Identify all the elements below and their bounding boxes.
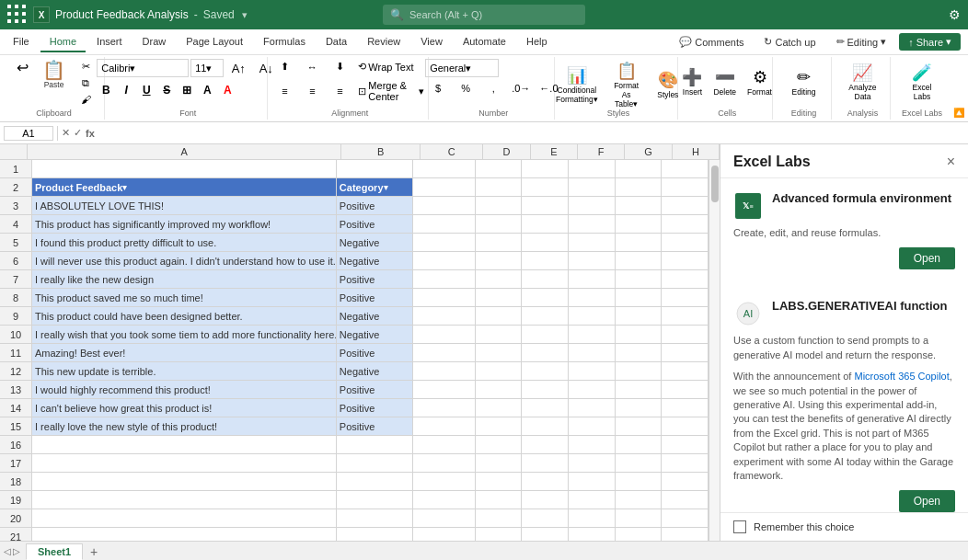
cell-17-d[interactable] [476, 454, 523, 473]
cell-4-e[interactable] [522, 215, 569, 234]
cell-17-e[interactable] [522, 454, 569, 473]
cell-2-b[interactable]: Category ▾ [337, 178, 414, 197]
row-header-9[interactable]: 9 [0, 307, 32, 326]
cell-2-d[interactable] [476, 178, 523, 197]
cell-20-a[interactable] [32, 509, 337, 528]
increase-decimal-button[interactable]: .0→ [508, 81, 534, 96]
tab-draw[interactable]: Draw [133, 32, 176, 52]
tab-view[interactable]: View [411, 32, 452, 52]
cell-13-a[interactable]: I would highly recommend this product! [32, 381, 337, 399]
cell-9-d[interactable] [476, 307, 523, 326]
row-header-7[interactable]: 7 [0, 270, 32, 289]
currency-button[interactable]: $ [425, 81, 451, 96]
cell-2-g[interactable] [616, 178, 663, 197]
cell-10-h[interactable] [662, 326, 709, 344]
cell-13-b[interactable]: Positive [337, 381, 414, 399]
cell-8-d[interactable] [476, 289, 523, 307]
comments-button[interactable]: 💬 Comments [672, 33, 751, 51]
cell-10-c[interactable] [413, 326, 475, 344]
tab-page-layout[interactable]: Page Layout [177, 32, 252, 52]
cell-12-b[interactable]: Negative [337, 362, 414, 381]
cell-16-b[interactable] [337, 436, 414, 454]
cell-5-d[interactable] [476, 234, 523, 252]
cell-18-b[interactable] [337, 473, 414, 491]
comma-button[interactable]: , [480, 81, 506, 96]
search-box[interactable]: 🔍 [383, 5, 585, 25]
cell-12-c[interactable] [413, 362, 475, 381]
cell-10-f[interactable] [569, 326, 616, 344]
tab-help[interactable]: Help [517, 32, 557, 52]
cell-11-b[interactable]: Positive [337, 344, 414, 362]
tab-home[interactable]: Home [40, 32, 86, 52]
cell-18-e[interactable] [522, 473, 569, 491]
tab-file[interactable]: File [4, 32, 39, 52]
cell-4-g[interactable] [616, 215, 663, 234]
cell-14-a[interactable]: I can't believe how great this product i… [32, 399, 337, 417]
cell-11-g[interactable] [616, 344, 663, 362]
cell-2-a[interactable]: Product Feedback ▾ [32, 178, 337, 197]
formula-input[interactable] [98, 128, 964, 139]
cell-3-g[interactable] [616, 197, 663, 215]
cell-21-h[interactable] [662, 528, 709, 541]
row-header-6[interactable]: 6 [0, 252, 32, 270]
cell-8-a[interactable]: This product saved me so much time! [32, 289, 337, 307]
cell-12-a[interactable]: This new update is terrible. [32, 362, 337, 381]
cell-3-b[interactable]: Positive [337, 197, 414, 215]
cell-4-h[interactable] [662, 215, 709, 234]
cell-15-b[interactable]: Positive [337, 417, 414, 436]
cell-10-g[interactable] [616, 326, 663, 344]
cell-8-g[interactable] [616, 289, 663, 307]
cell-16-c[interactable] [413, 436, 475, 454]
col-header-h[interactable]: H [673, 144, 720, 159]
bold-button[interactable]: B [97, 81, 115, 99]
sheet-nav-right[interactable]: ▷ [13, 546, 20, 556]
share-button[interactable]: ↑ Share ▾ [899, 33, 961, 51]
cell-11-h[interactable] [662, 344, 709, 362]
cell-3-f[interactable] [569, 197, 616, 215]
cell-17-b[interactable] [337, 454, 414, 473]
cell-18-f[interactable] [569, 473, 616, 491]
cell-1-g[interactable] [616, 160, 663, 178]
format-as-table-button[interactable]: 📋 Format AsTable▾ [605, 59, 647, 111]
cell-20-g[interactable] [616, 509, 663, 528]
cell-14-h[interactable] [662, 399, 709, 417]
cell-1-d[interactable] [476, 160, 523, 178]
cell-21-f[interactable] [569, 528, 616, 541]
cell-7-a[interactable]: I really like the new design [32, 270, 337, 289]
ai-open-button[interactable]: Open [899, 490, 955, 512]
cell-19-e[interactable] [522, 491, 569, 509]
row-header-14[interactable]: 14 [0, 399, 32, 417]
cell-12-h[interactable] [662, 362, 709, 381]
cell-18-c[interactable] [413, 473, 475, 491]
cell-19-g[interactable] [616, 491, 663, 509]
cell-7-g[interactable] [616, 270, 663, 289]
row-header-11[interactable]: 11 [0, 344, 32, 362]
cell-13-f[interactable] [569, 381, 616, 399]
cell-13-h[interactable] [662, 381, 709, 399]
afe-open-button[interactable]: Open [899, 247, 955, 269]
row-header-8[interactable]: 8 [0, 289, 32, 307]
cell-9-g[interactable] [616, 307, 663, 326]
row-header-15[interactable]: 15 [0, 417, 32, 436]
row-header-10[interactable]: 10 [0, 326, 32, 344]
delete-cells-button[interactable]: ➖ Delete [709, 65, 740, 98]
cell-4-b[interactable]: Positive [337, 215, 414, 234]
font-color-button[interactable]: A [218, 81, 236, 99]
cell-15-h[interactable] [662, 417, 709, 436]
cell-10-e[interactable] [522, 326, 569, 344]
font-family-selector[interactable]: Calibri ▾ [97, 59, 189, 77]
border-button[interactable]: ⊞ [178, 81, 196, 99]
row-header-12[interactable]: 12 [0, 362, 32, 381]
excel-labs-ribbon-button[interactable]: 🧪 ExcelLabs [908, 61, 936, 103]
cell-16-f[interactable] [569, 436, 616, 454]
ribbon-collapse-button[interactable]: 🔼 [953, 108, 964, 118]
undo-button[interactable]: ↩ [9, 59, 35, 77]
col-header-c[interactable]: C [421, 144, 483, 159]
cell-13-g[interactable] [616, 381, 663, 399]
cell-2-e[interactable] [522, 178, 569, 197]
analyze-data-button[interactable]: 📈 AnalyzeData [845, 61, 880, 103]
cut-button[interactable]: ✂ [73, 59, 98, 74]
cell-15-d[interactable] [476, 417, 523, 436]
align-middle-button[interactable]: ↔ [299, 59, 325, 74]
cell-6-e[interactable] [522, 252, 569, 270]
